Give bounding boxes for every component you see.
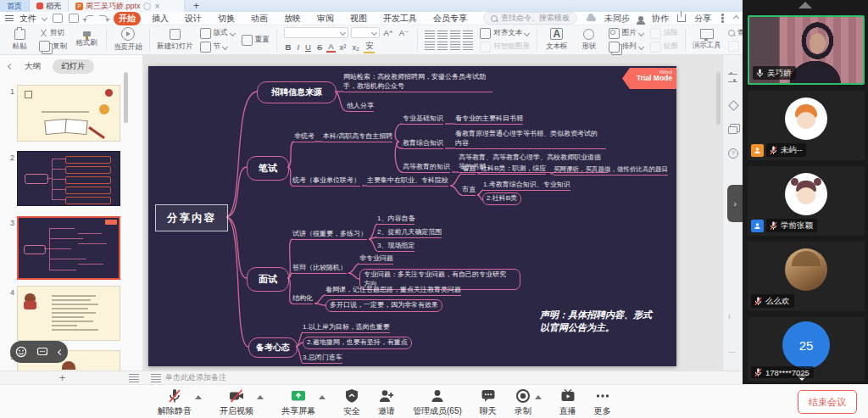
end-meeting-button[interactable]: 结束会议	[798, 390, 857, 414]
align-left-icon[interactable]	[425, 42, 435, 50]
record-button[interactable]: 录制	[515, 388, 531, 417]
share-screen-button[interactable]: 共享屏幕	[281, 388, 315, 417]
tab-outline[interactable]: 大纲	[25, 61, 41, 72]
prev-slide-dots[interactable]: ⁝	[728, 312, 738, 322]
notes-placeholder[interactable]: 单击此处添加备注	[165, 372, 226, 383]
shapes-button[interactable]: 形状	[576, 29, 602, 52]
add-slide-button[interactable]: +	[59, 372, 65, 384]
section-button[interactable]: 节	[200, 42, 235, 53]
line-spacing-icon[interactable]	[463, 31, 473, 39]
mindmap-branch-mindset[interactable]: 备考心态	[248, 337, 298, 358]
emoji-reaction-icon[interactable]	[15, 346, 27, 358]
collaborate-label[interactable]: 协作	[652, 13, 669, 25]
scroll-up-icon[interactable]	[798, 2, 812, 8]
font-color-button[interactable]: A	[326, 42, 335, 53]
mindmap-branch-written-exam[interactable]: 笔试	[247, 156, 289, 181]
redo-icon[interactable]	[99, 15, 108, 22]
play-from-page-button[interactable]: 当页开始	[114, 27, 142, 53]
more-dots-icon[interactable]: ···	[728, 348, 738, 358]
menu-home[interactable]: 开始	[114, 12, 141, 25]
cloud-sync-icon[interactable]	[587, 16, 596, 21]
thumbnail-scrollbar[interactable]	[124, 72, 128, 123]
layout-button[interactable]: 版式	[200, 28, 235, 39]
collaborate-icon[interactable]	[638, 16, 643, 21]
mindmap-node[interactable]: 高等教育的知识	[403, 163, 450, 173]
start-video-button[interactable]: 开启视频	[220, 388, 253, 417]
mindmap-node[interactable]: 1.以上岸为目标，选岗也重要	[303, 323, 390, 333]
mindmap-node[interactable]: 看网课，记住答题思路，重点关注教育类问题	[326, 286, 461, 296]
mindmap-node[interactable]: 2.社科B类	[482, 192, 521, 205]
sync-status[interactable]: 未同步	[604, 13, 630, 25]
participant-tile-video[interactable]: 吴巧娇	[748, 15, 865, 85]
tab-docer[interactable]: 稻壳	[30, 0, 69, 12]
tab-document[interactable]: P 周三吴巧娇.pptx ×	[69, 0, 185, 12]
menu-membership[interactable]: 会员专享	[428, 12, 472, 25]
main-scrollbar[interactable]	[716, 72, 721, 125]
tab-home[interactable]: 首页	[0, 0, 30, 12]
notes-bar[interactable]: 单击此处添加备注	[142, 371, 743, 384]
participant-tile[interactable]: 未屿--	[748, 91, 865, 160]
indent-icon[interactable]	[450, 31, 460, 39]
subscript-button[interactable]: x₂	[351, 42, 361, 52]
menu-design[interactable]: 设计	[180, 12, 207, 25]
textbox-button[interactable]: A文本框	[544, 28, 570, 52]
slide-canvas[interactable]: 分享内容 招聘信息来源 网站检索：高校教师招聘网，安徽公务员考试助 手，教培机构…	[148, 66, 676, 366]
superscript-button[interactable]: x²	[338, 42, 348, 52]
hamburger-icon[interactable]	[5, 15, 14, 21]
record-options-arrow[interactable]	[535, 395, 542, 399]
mic-options-arrow[interactable]	[195, 395, 202, 399]
strikethrough-button[interactable]: S	[315, 42, 324, 52]
mindmap-node[interactable]: 教育综合知识	[403, 139, 443, 149]
mindmap-node[interactable]: 社科B类：职测，综应	[481, 164, 546, 175]
font-family-select[interactable]	[284, 27, 348, 38]
mindmap-node[interactable]: 他人分享	[347, 102, 374, 112]
mindmap-node[interactable]: 主要集中在职业、专科院校	[367, 176, 448, 187]
italic-button[interactable]: I	[295, 42, 301, 52]
mindmap-node[interactable]: 统考（事业单位联考）	[292, 176, 360, 187]
chat-button[interactable]: 聊天	[480, 388, 497, 417]
menu-insert[interactable]: 插入	[147, 12, 174, 25]
mindmap-node[interactable]: 1.考教育综合知识、专业知识	[483, 181, 570, 191]
share-options-arrow[interactable]	[319, 395, 326, 399]
mindmap-central-topic[interactable]: 分享内容	[155, 204, 228, 231]
layers-icon[interactable]	[728, 124, 738, 134]
mindmap-node[interactable]: 非统考	[294, 132, 314, 142]
help-icon[interactable]: ?	[728, 148, 738, 159]
reset-button[interactable]: 重置	[242, 35, 270, 46]
decrease-font-button[interactable]: A⁻	[398, 28, 410, 37]
align-center-icon[interactable]	[437, 42, 448, 50]
mindmap-node[interactable]: 1、内容自备	[377, 215, 415, 225]
slide-thumbnail-4[interactable]	[17, 286, 120, 341]
print-icon[interactable]	[69, 14, 79, 23]
mindmap-node[interactable]: 专业基础知识	[403, 114, 443, 125]
invite-button[interactable]: 邀请	[378, 388, 395, 417]
participant-tile[interactable]: 么么欢	[748, 242, 865, 311]
view-mode-icon[interactable]	[129, 374, 139, 382]
mindmap-branch-interview[interactable]: 面试	[247, 267, 289, 292]
new-tab-button[interactable]: +	[185, 0, 208, 12]
align-text-button[interactable]: 对齐文本	[480, 28, 530, 39]
share-label[interactable]: 分享	[694, 13, 711, 25]
participant-tile[interactable]: 25 178****7025	[748, 317, 865, 382]
mindmap-node[interactable]: 结构化	[292, 294, 313, 304]
mindmap-node[interactable]: 2.遍地撒网，也要有坚持，有重点	[303, 337, 412, 349]
more-button[interactable]: 更多	[594, 388, 611, 417]
mindmap-node[interactable]: 答辩（比较随机）	[292, 264, 347, 274]
align-right-icon[interactable]	[450, 42, 460, 50]
mindmap-node[interactable]: 3、现场指定	[377, 242, 415, 252]
unmute-button[interactable]: 解除静音	[158, 388, 192, 417]
collapse-panel-icon[interactable]	[8, 63, 14, 69]
mindmap-node[interactable]: 2、提前几天确定范围	[377, 228, 442, 238]
paste-button[interactable]: 粘贴	[7, 29, 32, 52]
live-button[interactable]: 直播	[559, 388, 576, 417]
font-size-select[interactable]	[351, 27, 380, 38]
mindmap-node[interactable]: 本科/高职高专自主招聘	[323, 132, 392, 142]
security-button[interactable]: 安全	[343, 388, 360, 417]
justify-icon[interactable]	[463, 42, 473, 50]
mindmap-node[interactable]: 非专业问题	[359, 254, 393, 265]
picture-button[interactable]: 图片	[609, 28, 643, 39]
slide-thumbnail-1[interactable]	[17, 85, 120, 142]
settings-sliders-icon[interactable]	[728, 72, 738, 82]
file-chevron-icon[interactable]	[42, 15, 47, 21]
menu-review[interactable]: 审阅	[312, 12, 339, 25]
